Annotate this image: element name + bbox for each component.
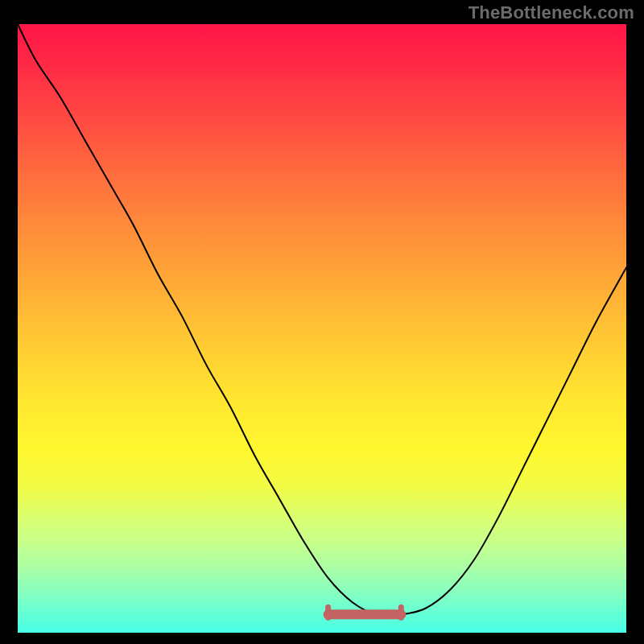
chart-svg (18, 24, 626, 633)
plot-area (18, 24, 626, 633)
bottleneck-curve (18, 24, 626, 616)
chart-frame: TheBottleneck.com (0, 0, 644, 644)
attribution-text: TheBottleneck.com (469, 2, 634, 23)
